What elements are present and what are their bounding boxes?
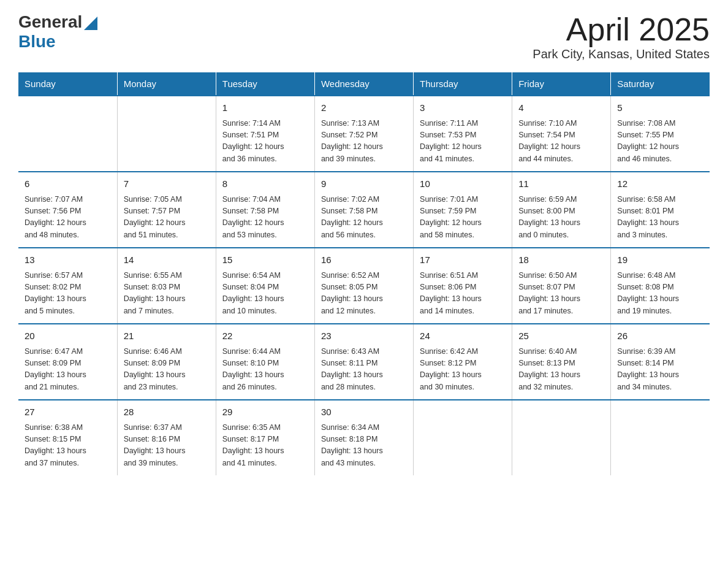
day-info: Sunrise: 6:46 AM Sunset: 8:09 PM Dayligh…: [124, 346, 210, 394]
calendar-cell: [117, 96, 216, 172]
day-number: 19: [617, 253, 703, 267]
day-number: 9: [321, 177, 407, 191]
calendar-cell: 13Sunrise: 6:57 AM Sunset: 8:02 PM Dayli…: [18, 248, 117, 324]
day-info: Sunrise: 6:37 AM Sunset: 8:16 PM Dayligh…: [124, 422, 210, 470]
header-thursday: Thursday: [414, 72, 512, 96]
calendar-cell: 26Sunrise: 6:39 AM Sunset: 8:14 PM Dayli…: [611, 324, 710, 400]
day-number: 29: [222, 405, 308, 419]
day-info: Sunrise: 7:04 AM Sunset: 7:58 PM Dayligh…: [222, 194, 308, 242]
calendar-cell: 24Sunrise: 6:42 AM Sunset: 8:12 PM Dayli…: [414, 324, 512, 400]
calendar-cell: 7Sunrise: 7:05 AM Sunset: 7:57 PM Daylig…: [117, 172, 216, 248]
page-header: General Blue April 2025 Park City, Kansa…: [18, 12, 710, 61]
calendar-table: SundayMondayTuesdayWednesdayThursdayFrid…: [18, 72, 710, 475]
logo-general-text: General: [18, 12, 82, 32]
day-info: Sunrise: 7:14 AM Sunset: 7:51 PM Dayligh…: [222, 118, 308, 166]
day-number: 12: [617, 177, 703, 191]
day-number: 1: [222, 101, 308, 115]
day-info: Sunrise: 7:11 AM Sunset: 7:53 PM Dayligh…: [420, 118, 506, 166]
day-number: 4: [518, 101, 604, 115]
calendar-cell: 19Sunrise: 6:48 AM Sunset: 8:08 PM Dayli…: [611, 248, 710, 324]
day-number: 22: [222, 329, 308, 343]
calendar-cell: 23Sunrise: 6:43 AM Sunset: 8:11 PM Dayli…: [314, 324, 413, 400]
day-info: Sunrise: 6:44 AM Sunset: 8:10 PM Dayligh…: [222, 346, 308, 394]
week-row-5: 27Sunrise: 6:38 AM Sunset: 8:15 PM Dayli…: [18, 400, 710, 475]
week-row-3: 13Sunrise: 6:57 AM Sunset: 8:02 PM Dayli…: [18, 248, 710, 324]
day-number: 8: [222, 177, 308, 191]
week-row-1: 1Sunrise: 7:14 AM Sunset: 7:51 PM Daylig…: [18, 96, 710, 172]
calendar-cell: 29Sunrise: 6:35 AM Sunset: 8:17 PM Dayli…: [216, 400, 314, 475]
header-monday: Monday: [117, 72, 216, 96]
calendar-cell: 12Sunrise: 6:58 AM Sunset: 8:01 PM Dayli…: [611, 172, 710, 248]
calendar-cell: [18, 96, 117, 172]
calendar-cell: 17Sunrise: 6:51 AM Sunset: 8:06 PM Dayli…: [414, 248, 512, 324]
day-number: 27: [25, 405, 111, 419]
day-number: 23: [321, 329, 407, 343]
day-info: Sunrise: 6:43 AM Sunset: 8:11 PM Dayligh…: [321, 346, 407, 394]
day-info: Sunrise: 6:59 AM Sunset: 8:00 PM Dayligh…: [518, 194, 604, 242]
day-info: Sunrise: 6:57 AM Sunset: 8:02 PM Dayligh…: [25, 270, 111, 318]
calendar-cell: 15Sunrise: 6:54 AM Sunset: 8:04 PM Dayli…: [216, 248, 314, 324]
day-number: 14: [124, 253, 210, 267]
svg-marker-0: [84, 17, 97, 30]
calendar-cell: 5Sunrise: 7:08 AM Sunset: 7:55 PM Daylig…: [611, 96, 710, 172]
day-info: Sunrise: 6:34 AM Sunset: 8:18 PM Dayligh…: [321, 422, 407, 470]
day-number: 6: [25, 177, 111, 191]
day-number: 5: [617, 101, 703, 115]
day-number: 2: [321, 101, 407, 115]
calendar-cell: 28Sunrise: 6:37 AM Sunset: 8:16 PM Dayli…: [117, 400, 216, 475]
page-subtitle: Park City, Kansas, United States: [533, 47, 710, 61]
calendar-cell: [414, 400, 512, 475]
day-number: 21: [124, 329, 210, 343]
calendar-cell: 16Sunrise: 6:52 AM Sunset: 8:05 PM Dayli…: [314, 248, 413, 324]
day-info: Sunrise: 6:47 AM Sunset: 8:09 PM Dayligh…: [25, 346, 111, 394]
calendar-cell: 21Sunrise: 6:46 AM Sunset: 8:09 PM Dayli…: [117, 324, 216, 400]
day-number: 26: [617, 329, 703, 343]
calendar-cell: 30Sunrise: 6:34 AM Sunset: 8:18 PM Dayli…: [314, 400, 413, 475]
day-info: Sunrise: 7:13 AM Sunset: 7:52 PM Dayligh…: [321, 118, 407, 166]
day-info: Sunrise: 6:52 AM Sunset: 8:05 PM Dayligh…: [321, 270, 407, 318]
logo: General Blue: [18, 12, 97, 52]
calendar-cell: 25Sunrise: 6:40 AM Sunset: 8:13 PM Dayli…: [512, 324, 611, 400]
day-info: Sunrise: 7:07 AM Sunset: 7:56 PM Dayligh…: [25, 194, 111, 242]
calendar-cell: 14Sunrise: 6:55 AM Sunset: 8:03 PM Dayli…: [117, 248, 216, 324]
header-tuesday: Tuesday: [216, 72, 314, 96]
calendar-cell: [611, 400, 710, 475]
day-number: 11: [518, 177, 604, 191]
day-number: 17: [420, 253, 506, 267]
day-number: 20: [25, 329, 111, 343]
day-info: Sunrise: 6:48 AM Sunset: 8:08 PM Dayligh…: [617, 270, 703, 318]
day-info: Sunrise: 7:05 AM Sunset: 7:57 PM Dayligh…: [124, 194, 210, 242]
day-number: 10: [420, 177, 506, 191]
day-number: 30: [321, 405, 407, 419]
day-number: 16: [321, 253, 407, 267]
header-friday: Friday: [512, 72, 611, 96]
calendar-cell: 27Sunrise: 6:38 AM Sunset: 8:15 PM Dayli…: [18, 400, 117, 475]
week-row-2: 6Sunrise: 7:07 AM Sunset: 7:56 PM Daylig…: [18, 172, 710, 248]
day-info: Sunrise: 6:51 AM Sunset: 8:06 PM Dayligh…: [420, 270, 506, 318]
day-info: Sunrise: 6:54 AM Sunset: 8:04 PM Dayligh…: [222, 270, 308, 318]
day-info: Sunrise: 6:58 AM Sunset: 8:01 PM Dayligh…: [617, 194, 703, 242]
calendar-cell: 4Sunrise: 7:10 AM Sunset: 7:54 PM Daylig…: [512, 96, 611, 172]
calendar-cell: 10Sunrise: 7:01 AM Sunset: 7:59 PM Dayli…: [414, 172, 512, 248]
day-number: 24: [420, 329, 506, 343]
calendar-header-row: SundayMondayTuesdayWednesdayThursdayFrid…: [18, 72, 710, 96]
week-row-4: 20Sunrise: 6:47 AM Sunset: 8:09 PM Dayli…: [18, 324, 710, 400]
day-number: 28: [124, 405, 210, 419]
header-sunday: Sunday: [18, 72, 117, 96]
calendar-cell: 22Sunrise: 6:44 AM Sunset: 8:10 PM Dayli…: [216, 324, 314, 400]
day-info: Sunrise: 6:50 AM Sunset: 8:07 PM Dayligh…: [518, 270, 604, 318]
header-saturday: Saturday: [611, 72, 710, 96]
calendar-cell: 11Sunrise: 6:59 AM Sunset: 8:00 PM Dayli…: [512, 172, 611, 248]
day-number: 18: [518, 253, 604, 267]
day-info: Sunrise: 6:38 AM Sunset: 8:15 PM Dayligh…: [25, 422, 111, 470]
day-info: Sunrise: 7:01 AM Sunset: 7:59 PM Dayligh…: [420, 194, 506, 242]
logo-blue-text: Blue: [18, 32, 56, 52]
day-info: Sunrise: 7:02 AM Sunset: 7:58 PM Dayligh…: [321, 194, 407, 242]
page-title: April 2025: [533, 12, 710, 47]
day-info: Sunrise: 6:55 AM Sunset: 8:03 PM Dayligh…: [124, 270, 210, 318]
calendar-cell: 2Sunrise: 7:13 AM Sunset: 7:52 PM Daylig…: [314, 96, 413, 172]
day-number: 7: [124, 177, 210, 191]
day-info: Sunrise: 6:35 AM Sunset: 8:17 PM Dayligh…: [222, 422, 308, 470]
day-info: Sunrise: 7:08 AM Sunset: 7:55 PM Dayligh…: [617, 118, 703, 166]
day-info: Sunrise: 6:39 AM Sunset: 8:14 PM Dayligh…: [617, 346, 703, 394]
